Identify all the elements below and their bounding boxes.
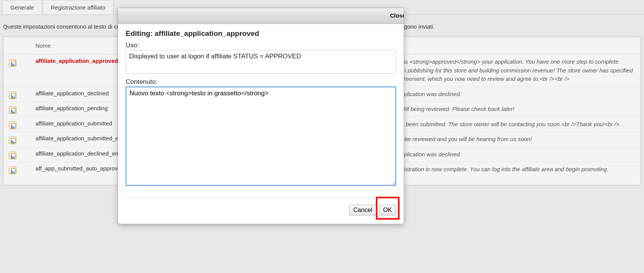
ok-button[interactable]: OK	[379, 205, 396, 215]
label-content: Contenuto:	[126, 78, 396, 86]
label-usage: Uso:	[126, 42, 396, 49]
usage-display: Displayed to user at logon if affiliate …	[126, 50, 396, 74]
cancel-button[interactable]: Cancel	[349, 205, 377, 215]
dialog-title: Editing: affiliate_application_approved	[126, 29, 396, 38]
dialog-backdrop: Close Editing: affiliate_application_app…	[0, 0, 644, 273]
dialog-titlebar[interactable]: Close	[118, 8, 404, 24]
close-icon[interactable]: Close	[390, 11, 400, 20]
content-textarea[interactable]	[126, 87, 396, 186]
edit-dialog: Close Editing: affiliate_application_app…	[118, 8, 404, 224]
